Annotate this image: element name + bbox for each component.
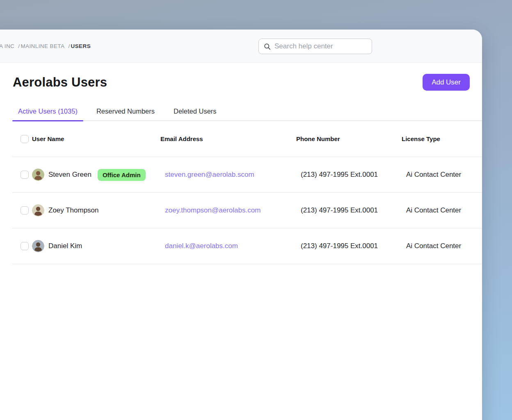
role-badge: Office Admin	[98, 169, 146, 181]
breadcrumb-item-company[interactable]: A INC	[0, 43, 14, 49]
search-icon	[264, 43, 271, 50]
user-name: Daniel Kim	[48, 242, 82, 250]
avatar	[32, 169, 44, 181]
column-header-user-name: User Name	[32, 135, 160, 142]
table-row: Zoey Thompson zoey.thompson@aerolabs.com…	[12, 193, 482, 228]
license-value: Ai Contact Center	[402, 206, 482, 215]
help-search[interactable]	[258, 39, 372, 54]
tab-active-users[interactable]: Active Users (1035)	[12, 104, 83, 121]
breadcrumb-separator: /	[18, 43, 20, 49]
table-header: User Name Email Address Phone Number Lic…	[12, 121, 482, 157]
column-header-phone: Phone Number	[296, 135, 402, 142]
table-row: Daniel Kim daniel.k@aerolabs.com (213) 4…	[12, 228, 482, 264]
page-title: Aerolabs Users	[13, 75, 107, 90]
avatar	[32, 204, 44, 217]
phone-value: (213) 497-1995 Ext.0001	[296, 171, 402, 179]
email-link[interactable]: daniel.k@aerolabs.com	[165, 242, 238, 250]
user-name: Zoey Thompson	[48, 206, 99, 215]
breadcrumb-separator: /	[68, 43, 70, 49]
tab-reserved-numbers[interactable]: Reserved Numbers	[91, 104, 160, 121]
table-row: Steven Green Office Admin steven.green@a…	[12, 157, 482, 193]
avatar	[32, 240, 44, 252]
tab-bar: Active Users (1035) Reserved Numbers Del…	[12, 104, 482, 121]
top-bar: A INC / MAINLINE BETA / USERS	[0, 30, 482, 63]
add-user-button[interactable]: Add User	[423, 74, 470, 91]
tab-deleted-users[interactable]: Deleted Users	[168, 104, 222, 121]
license-value: Ai Contact Center	[402, 242, 482, 250]
phone-value: (213) 497-1995 Ext.0001	[296, 206, 402, 215]
row-checkbox[interactable]	[21, 206, 29, 215]
select-all-checkbox[interactable]	[21, 135, 29, 143]
user-name: Steven Green	[48, 171, 91, 179]
search-input[interactable]	[274, 42, 367, 50]
row-checkbox[interactable]	[21, 171, 29, 179]
license-value: Ai Contact Center	[402, 171, 482, 179]
breadcrumb-item-mainline-beta[interactable]: MAINLINE BETA	[21, 43, 64, 49]
users-panel: A INC / MAINLINE BETA / USERS Aerolabs U…	[0, 30, 482, 420]
phone-value: (213) 497-1995 Ext.0001	[296, 242, 402, 250]
email-link[interactable]: steven.green@aerolab.scom	[165, 171, 254, 178]
email-link[interactable]: zoey.thompson@aerolabs.com	[165, 206, 261, 214]
column-header-license: License Type	[402, 135, 482, 142]
column-header-email: Email Address	[160, 135, 296, 142]
row-checkbox[interactable]	[21, 242, 29, 250]
table-body: Steven Green Office Admin steven.green@a…	[12, 157, 482, 264]
breadcrumb-item-users: USERS	[71, 43, 91, 49]
breadcrumb: A INC / MAINLINE BETA / USERS	[0, 43, 91, 49]
